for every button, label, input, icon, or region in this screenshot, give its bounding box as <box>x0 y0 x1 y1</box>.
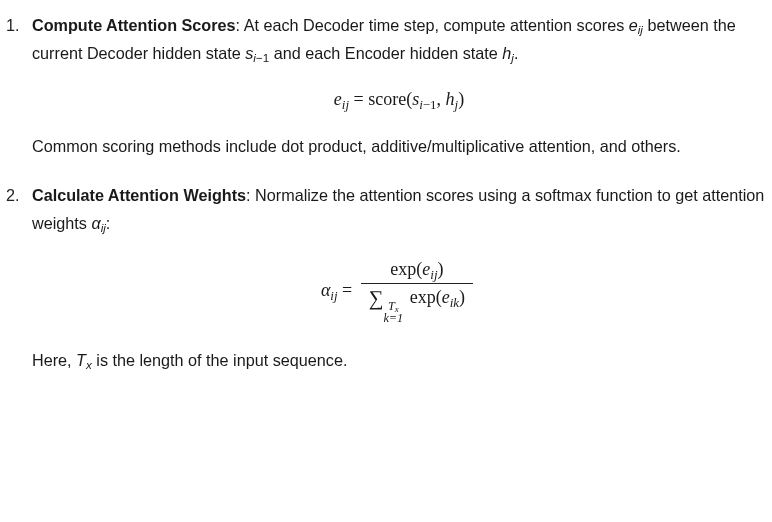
step-1-text-d: . <box>514 44 519 62</box>
eq1-close: ) <box>458 89 464 109</box>
step-2-text-b: : <box>106 214 111 232</box>
eq2-numerator: exp(eij) <box>361 259 473 284</box>
eq1-eq: = <box>349 89 368 109</box>
eq2-e-d-sub: ik <box>450 294 459 309</box>
step-1: 1. Compute Attention Scores: At each Dec… <box>6 12 766 160</box>
step-2-after: Here, Tx is the length of the input sequ… <box>32 347 766 375</box>
eq1-e-sub: ij <box>342 97 349 112</box>
eq2-exp-d: exp <box>410 287 436 307</box>
eq2-close-n: ) <box>438 259 444 279</box>
var-h: h <box>502 44 511 62</box>
sub-i-minus-1: i−1 <box>253 51 269 64</box>
equation-1: eij = score(si−1, hj) <box>32 89 766 111</box>
step-1-intro: Compute Attention Scores: At each Decode… <box>32 12 766 67</box>
document-body: 1. Compute Attention Scores: At each Dec… <box>0 0 772 375</box>
var-alpha: α <box>91 214 100 232</box>
step-2: 2. Calculate Attention Weights: Normaliz… <box>6 182 766 375</box>
step-2-number: 2. <box>6 182 20 210</box>
eq2-sum-sub: k=1 <box>383 312 403 325</box>
eq2-e-n-sub: ij <box>430 267 437 282</box>
eq1-comma: , <box>437 89 446 109</box>
var-e: e <box>629 16 638 34</box>
eq2-e-d: e <box>442 287 450 307</box>
sigma-icon: ∑ <box>369 287 384 309</box>
ordered-steps: 1. Compute Attention Scores: At each Dec… <box>6 12 766 375</box>
eq2-fraction: exp(eij) ∑Txk=1 exp(eik) <box>361 259 473 325</box>
step-2-after-a: Here, <box>32 351 76 369</box>
step-2-title: Calculate Attention Weights <box>32 186 246 204</box>
step-1-number: 1. <box>6 12 20 40</box>
step-1-after: Common scoring methods include dot produ… <box>32 133 766 161</box>
var-Tx-T: T <box>76 351 86 369</box>
eq1-s-sub: i−1 <box>419 97 436 112</box>
eq2-alpha-sub: ij <box>330 288 337 303</box>
eq1-s-sub-m1: −1 <box>423 97 437 112</box>
step-1-text-a: : At each Decoder time step, compute att… <box>236 16 629 34</box>
eq2-eq: = <box>338 280 357 300</box>
eq2-close-d: ) <box>459 287 465 307</box>
eq1-score: score <box>368 89 406 109</box>
eq2-sum-limits: Txk=1 <box>383 300 403 326</box>
step-1-text-c: and each Encoder hidden state <box>269 44 502 62</box>
eq1-h: h <box>446 89 455 109</box>
eq2-alpha: α <box>321 280 330 300</box>
sub-minus-1: −1 <box>256 51 269 64</box>
eq2-exp-n: exp <box>390 259 416 279</box>
equation-2: αij = exp(eij) ∑Txk=1 exp(eik) <box>32 259 766 325</box>
step-2-intro: Calculate Attention Weights: Normalize t… <box>32 182 766 237</box>
step-2-after-b: is the length of the input sequence. <box>92 351 348 369</box>
step-1-title: Compute Attention Scores <box>32 16 236 34</box>
eq2-denominator: ∑Txk=1 exp(eik) <box>361 284 473 325</box>
eq1-e: e <box>334 89 342 109</box>
eq2-sum-sub-text: k=1 <box>383 311 403 325</box>
